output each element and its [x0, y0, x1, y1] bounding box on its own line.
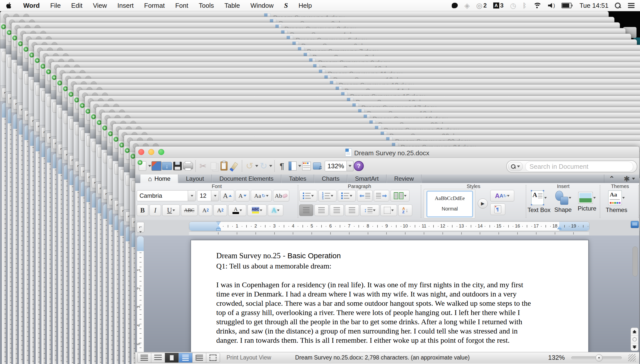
- paste-icon[interactable]: [219, 160, 229, 172]
- bluetooth-icon[interactable]: ᛒ: [521, 0, 528, 11]
- text-direction-button[interactable]: AA↻: [490, 190, 514, 202]
- ribbon-settings-button[interactable]: ✱: [619, 174, 639, 183]
- tab-stop-strip[interactable]: [189, 232, 589, 235]
- open-icon[interactable]: ↓: [162, 160, 172, 172]
- chevron-down-icon[interactable]: [148, 165, 151, 167]
- cut-icon[interactable]: ✂: [198, 160, 208, 172]
- tab-tables[interactable]: Tables: [281, 174, 314, 183]
- sidebar-toggle-button[interactable]: [631, 221, 639, 228]
- tab-document-elements[interactable]: Document Elements: [212, 174, 281, 183]
- underline-button[interactable]: U: [162, 204, 180, 216]
- strikethrough-button[interactable]: ABC: [181, 204, 198, 216]
- numbering-button[interactable]: 111: [318, 190, 336, 202]
- wifi-icon[interactable]: [532, 0, 543, 11]
- tab-review[interactable]: Review: [386, 174, 422, 183]
- align-center-button[interactable]: [314, 204, 328, 216]
- horizontal-ruler[interactable]: 12345678910111213141516171819: [189, 222, 590, 231]
- battery-icon[interactable]: [560, 0, 574, 11]
- dropbox-icon[interactable]: ◈: [463, 0, 471, 11]
- menu-item-tools[interactable]: Tools: [194, 0, 219, 11]
- evernote-icon[interactable]: [450, 0, 459, 11]
- sort-button[interactable]: AZ↓: [398, 204, 412, 216]
- font-color-button[interactable]: A: [228, 204, 246, 216]
- format-painter-icon[interactable]: [229, 160, 240, 172]
- notification-center-icon[interactable]: [626, 0, 636, 11]
- collapse-ribbon-button[interactable]: ⌃: [604, 174, 619, 183]
- chevron-down-icon[interactable]: [269, 165, 272, 167]
- font-family-dropdown[interactable]: [188, 190, 196, 201]
- justify-button[interactable]: [345, 204, 359, 216]
- volume-icon[interactable]: ): [546, 0, 556, 11]
- adobe-icon[interactable]: A3: [492, 0, 505, 11]
- media-browser-icon[interactable]: ♫: [312, 160, 322, 172]
- notebook-layout-button[interactable]: [192, 353, 206, 362]
- menu-item-edit[interactable]: Edit: [66, 0, 88, 11]
- spotlight-icon[interactable]: [614, 0, 623, 11]
- insert-text-box[interactable]: AText Box: [527, 190, 551, 214]
- menu-item-file[interactable]: File: [45, 0, 66, 11]
- time-machine-icon[interactable]: ◷: [508, 0, 518, 11]
- chevron-down-icon[interactable]: [255, 165, 258, 167]
- change-case-button[interactable]: Aa↻: [251, 190, 272, 202]
- zoom-dropdown-button[interactable]: [347, 161, 354, 171]
- show-formatting-icon[interactable]: ¶: [277, 160, 287, 172]
- menu-item-format[interactable]: Format: [139, 0, 170, 11]
- copy-icon[interactable]: [208, 160, 219, 172]
- menu-item-font[interactable]: Font: [170, 0, 194, 11]
- script-menu-icon[interactable]: S: [279, 0, 293, 11]
- document-page[interactable]: Dream Survey no.25- Basic Operation Q1: …: [191, 240, 588, 352]
- apple-menu[interactable]: [0, 0, 18, 11]
- next-page-button[interactable]: [631, 343, 638, 351]
- menu-item-word[interactable]: Word: [18, 0, 45, 11]
- search-input[interactable]: Search in Document: [525, 162, 633, 172]
- style-pane-button[interactable]: ¶: [490, 204, 505, 215]
- gallery-icon[interactable]: [151, 160, 162, 172]
- tab-charts[interactable]: Charts: [314, 174, 347, 183]
- zoom-slider[interactable]: [571, 356, 622, 359]
- bullets-button[interactable]: [299, 190, 317, 202]
- text-effects-button[interactable]: A: [268, 204, 283, 216]
- menu-item-view[interactable]: View: [88, 0, 112, 11]
- redo-icon[interactable]: ↻: [258, 160, 269, 172]
- draft-view-button[interactable]: [138, 353, 151, 362]
- zoom-control[interactable]: 132%: [325, 161, 354, 171]
- italic-button[interactable]: I: [150, 204, 161, 216]
- search-scope-button[interactable]: [508, 162, 523, 171]
- layout-view-icon[interactable]: [287, 160, 298, 172]
- insert-shape[interactable]: Shape: [551, 191, 575, 213]
- left-indent-marker[interactable]: [216, 228, 221, 231]
- themes-button[interactable]: AaThemes: [605, 190, 628, 214]
- chevron-down-icon[interactable]: [298, 165, 301, 167]
- align-right-button[interactable]: [330, 204, 344, 216]
- subscript-button[interactable]: A2: [214, 204, 227, 216]
- style-normal[interactable]: AaBbCcDdEeNormal: [426, 191, 473, 217]
- outline-view-button[interactable]: [151, 353, 165, 362]
- highlight-button[interactable]: ABC: [248, 204, 266, 216]
- help-icon[interactable]: ?: [354, 160, 364, 172]
- menu-item-insert[interactable]: Insert: [112, 0, 139, 11]
- save-icon[interactable]: [172, 160, 183, 172]
- navigation-pane-icon[interactable]: [301, 160, 312, 172]
- page-text[interactable]: Dream Survey no.25- Basic Operation Q1: …: [216, 251, 562, 345]
- clear-formatting-button[interactable]: Ab: [273, 190, 289, 202]
- font-size-dropdown[interactable]: [211, 190, 219, 201]
- menu-item-window[interactable]: Window: [245, 0, 279, 11]
- creative-cloud-icon[interactable]: ◎2: [475, 0, 488, 11]
- previous-page-button[interactable]: [631, 328, 638, 336]
- style-gallery-expand-button[interactable]: ▶: [478, 198, 488, 208]
- menu-item-table[interactable]: Table: [219, 0, 245, 11]
- tab-home[interactable]: ⌂Home: [140, 174, 178, 183]
- insert-picture[interactable]: Picture: [575, 192, 599, 212]
- grow-font-button[interactable]: A: [220, 190, 234, 202]
- select-browse-object-button[interactable]: [631, 336, 638, 343]
- shrink-font-button[interactable]: A: [236, 190, 250, 202]
- search-in-document[interactable]: Search in Document: [506, 160, 637, 173]
- zoom-slider-knob[interactable]: [596, 354, 603, 362]
- line-spacing-button[interactable]: ↕: [360, 204, 379, 216]
- title-bar[interactable]: Dream Survey no.25.docx: [135, 146, 639, 158]
- focus-view-button[interactable]: [206, 353, 220, 362]
- superscript-button[interactable]: A2: [199, 204, 212, 216]
- borders-button[interactable]: [380, 204, 397, 216]
- menu-item-help[interactable]: Help: [293, 0, 317, 11]
- vertical-ruler[interactable]: [137, 236, 144, 352]
